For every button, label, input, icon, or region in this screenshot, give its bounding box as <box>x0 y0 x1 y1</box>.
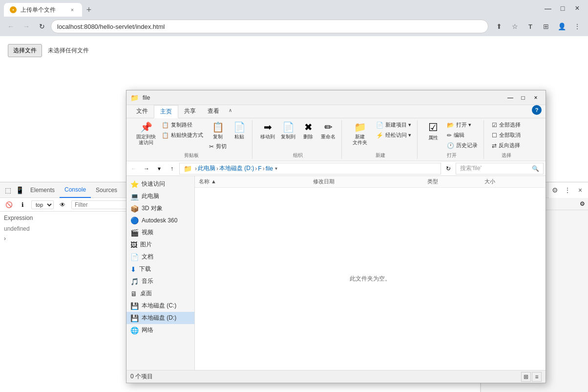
sidebar-item-c-drive[interactable]: 💾 本地磁盘 (C:) <box>126 300 194 312</box>
choose-file-btn[interactable]: 选择文件 <box>8 44 42 57</box>
fe-grid-view-btn[interactable]: ⊞ <box>521 372 531 382</box>
documents-icon: 📄 <box>130 253 139 261</box>
fe-minimize-btn[interactable]: — <box>504 93 516 103</box>
share-icon[interactable]: ⬆ <box>492 20 506 33</box>
ribbon-copy-path-btn[interactable]: 📋 复制路径 <box>160 120 205 130</box>
d-drive-icon: 💾 <box>130 314 139 322</box>
ribbon-paste-btn[interactable]: 📄 粘贴 <box>231 120 248 141</box>
maximize-btn[interactable]: □ <box>556 1 569 15</box>
tab-sources[interactable]: Sources <box>91 182 122 198</box>
sidebar-item-network[interactable]: 🌐 网络 <box>126 324 194 336</box>
fe-maximize-btn[interactable]: □ <box>517 93 529 103</box>
info-icon[interactable]: ℹ <box>18 200 27 210</box>
refresh-btn[interactable]: ↻ <box>35 20 49 33</box>
fe-refresh-btn[interactable]: ↻ <box>443 163 454 174</box>
menu-icon[interactable]: ⋮ <box>570 20 584 33</box>
sidebar-item-video[interactable]: 🎬 视频 <box>126 226 194 239</box>
ribbon-deselect-all-btn[interactable]: ☐ 全部取消 <box>490 131 523 140</box>
fe-list-view-btn[interactable]: ≡ <box>532 372 542 382</box>
sidebar-item-pictures[interactable]: 🖼 图片 <box>126 239 194 251</box>
fe-forward-btn[interactable]: → <box>141 163 152 174</box>
path-f[interactable]: F <box>258 165 261 172</box>
active-tab[interactable]: ● 上传单个文件 × <box>4 3 82 17</box>
devtools-close-icon[interactable]: × <box>574 184 586 196</box>
puzzle-icon[interactable]: ⊞ <box>539 20 553 33</box>
sidebar-item-this-pc[interactable]: 💻 此电脑 <box>126 190 194 202</box>
devtools-more-icon[interactable]: ⋮ <box>562 184 573 196</box>
ribbon-tab-file[interactable]: 文件 <box>130 105 154 118</box>
ribbon-new-item-btn[interactable]: 📄 新建项目 ▾ <box>374 120 413 130</box>
col-date[interactable]: 修改日期 <box>313 178 427 185</box>
fe-back-btn[interactable]: ← <box>128 163 139 174</box>
right-panel-gear[interactable]: ⚙ <box>576 198 588 210</box>
forward-btn[interactable]: → <box>20 20 33 33</box>
eye-icon[interactable]: 👁 <box>58 200 67 210</box>
devtools-gear-icon[interactable]: ⚙ <box>549 184 561 196</box>
ribbon-invert-selection-btn[interactable]: ⇄ 反向选择 <box>490 141 523 150</box>
tab-console[interactable]: Console <box>60 182 91 198</box>
col-type[interactable]: 类型 <box>427 178 484 185</box>
sidebar-item-desktop[interactable]: 🖥 桌面 <box>126 287 194 300</box>
ribbon-cut-btn[interactable]: ✂ 剪切 <box>207 142 229 151</box>
fe-recent-btn[interactable]: ▾ <box>154 163 165 174</box>
tab-close-btn[interactable]: × <box>68 6 76 14</box>
devtools-device-icon[interactable]: 📱 <box>14 184 25 196</box>
ribbon-easy-access-btn[interactable]: ⚡ 经松访问 ▾ <box>374 131 413 140</box>
top-select[interactable]: top <box>31 200 54 209</box>
path-drive[interactable]: 本地磁盘 (D:) <box>219 164 254 173</box>
ribbon-help-btn[interactable]: ? <box>532 105 542 115</box>
ribbon-properties-btn[interactable]: ☑ 属性 <box>423 120 443 142</box>
sidebar-item-d-drive[interactable]: 💾 本地磁盘 (D:) <box>126 312 194 324</box>
sidebar-item-3d[interactable]: 📦 3D 对象 <box>126 202 194 215</box>
prohibit-icon[interactable]: 🚫 <box>4 200 14 210</box>
path-file[interactable]: file <box>266 165 273 172</box>
tab-bar: ● 上传单个文件 × + <box>4 0 96 17</box>
select-label: 选择 <box>502 152 511 159</box>
desktop-icon: 🖥 <box>130 290 137 298</box>
ribbon-tab-view[interactable]: 查看 <box>202 105 225 118</box>
ribbon-rename-btn[interactable]: ✏ 重命名 <box>319 120 337 141</box>
window-close-btn[interactable]: × <box>570 1 584 15</box>
ribbon-pin-btn[interactable]: 📌 固定到快速访问 <box>134 120 158 147</box>
tab-elements[interactable]: Elements <box>25 182 60 198</box>
ribbon-paste-shortcut-btn[interactable]: 📋 粘贴快捷方式 <box>160 131 205 140</box>
back-btn[interactable]: ← <box>4 20 18 33</box>
minimize-btn[interactable]: — <box>541 1 555 15</box>
sidebar-item-documents[interactable]: 📄 文档 <box>126 251 194 263</box>
sidebar-item-downloads[interactable]: ⬇ 下载 <box>126 263 194 275</box>
col-name[interactable]: 名称 ▲ <box>199 178 313 185</box>
col-size[interactable]: 大小 <box>484 178 542 185</box>
copy-path-icon: 📋 <box>162 122 169 129</box>
sidebar-item-music[interactable]: 🎵 音乐 <box>126 275 194 287</box>
ribbon-delete-btn[interactable]: ✖ 删除 <box>299 120 317 141</box>
paste-shortcut-icon: 📋 <box>162 132 169 139</box>
devtools-inspect-icon[interactable]: ⬚ <box>2 184 14 196</box>
sidebar-item-autodesk[interactable]: 🔵 Autodesk 360 <box>126 215 194 226</box>
fe-sidebar: ⭐ 快速访问 💻 此电脑 📦 3D 对象 🔵 Autodesk 360 <box>126 176 195 370</box>
path-pc[interactable]: 此电脑 <box>198 164 215 173</box>
address-bar[interactable]: localhost:8080/hello-servlet/index.html <box>51 20 488 33</box>
ribbon-copy-btn[interactable]: 📋 复制 <box>209 120 227 141</box>
tab-title: 上传单个文件 <box>21 6 64 14</box>
ribbon-edit-btn[interactable]: ✏ 编辑 <box>445 131 480 140</box>
ribbon-tab-share[interactable]: 共享 <box>178 105 202 118</box>
profile-icon[interactable]: 👤 <box>555 20 568 33</box>
ribbon-copy-to-btn[interactable]: 📄 复制到 <box>279 120 297 141</box>
ribbon-move-btn[interactable]: ➡ 移动到 <box>258 120 277 141</box>
fe-view-icons: ⊞ ≡ <box>521 372 542 382</box>
ribbon-new-folder-btn[interactable]: 📁 新建文件夹 <box>348 120 372 147</box>
ribbon-select-all-btn[interactable]: ☑ 全部选择 <box>490 120 523 130</box>
fe-up-btn[interactable]: ↑ <box>167 163 177 174</box>
ribbon-collapse-icon[interactable]: ∧ <box>225 105 235 115</box>
new-tab-btn[interactable]: + <box>82 3 96 17</box>
ribbon-history-btn[interactable]: 🕐 历史记录 <box>445 141 480 150</box>
ribbon-group-new: 📁 新建文件夹 📄 新建项目 ▾ ⚡ 经松访问 ▾ <box>344 120 418 159</box>
fe-close-btn[interactable]: × <box>530 93 542 103</box>
ribbon-open-btn[interactable]: 📂 打开 ▾ <box>445 120 480 130</box>
bookmark-icon[interactable]: ☆ <box>508 20 522 33</box>
fe-path-bar[interactable]: 📁 › 此电脑 › 本地磁盘 (D:) › F › file ▾ <box>179 163 441 174</box>
fe-search-bar[interactable]: 搜索'file' 🔍 <box>456 163 544 174</box>
sidebar-item-quick-access[interactable]: ⭐ 快速访问 <box>126 178 194 190</box>
ribbon-tab-home[interactable]: 主页 <box>154 105 178 118</box>
ext-icon[interactable]: T <box>524 20 537 33</box>
